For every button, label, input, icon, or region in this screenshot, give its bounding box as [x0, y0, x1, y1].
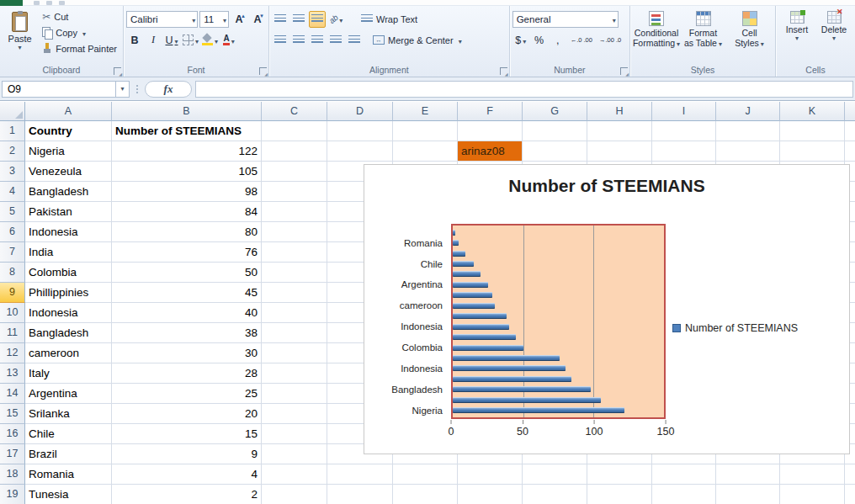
- cell-F1[interactable]: [458, 121, 523, 141]
- comma-style-button[interactable]: ,: [550, 32, 566, 49]
- quick-access-redo-icon[interactable]: [59, 1, 65, 5]
- cell-B6[interactable]: 80: [112, 222, 262, 242]
- cell-G1[interactable]: [523, 121, 587, 141]
- name-box-dropdown[interactable]: [116, 81, 130, 98]
- cell-I1[interactable]: [652, 121, 716, 141]
- cell-B8[interactable]: 50: [112, 263, 262, 283]
- cell-A4[interactable]: Bangladesh: [25, 182, 112, 202]
- align-left-button[interactable]: [272, 32, 289, 49]
- cell-C18[interactable]: [262, 464, 327, 485]
- row-header-5[interactable]: 5: [0, 202, 25, 222]
- cell-filler-1[interactable]: [845, 121, 855, 141]
- cell-F2[interactable]: arinaz08: [458, 141, 523, 162]
- format-as-table-button[interactable]: Format as Table: [680, 8, 726, 64]
- font-color-dropdown-arrow[interactable]: [230, 34, 235, 46]
- cell-E19[interactable]: [393, 485, 458, 504]
- column-header-K[interactable]: K: [780, 102, 845, 121]
- grow-font-button[interactable]: A▲: [231, 11, 247, 28]
- shrink-font-button[interactable]: A▼: [249, 11, 266, 28]
- column-header-F[interactable]: F: [458, 102, 523, 121]
- row-header-16[interactable]: 16: [0, 424, 25, 444]
- decrease-indent-button[interactable]: [327, 32, 344, 49]
- row-header-6[interactable]: 6: [0, 222, 25, 242]
- cell-B4[interactable]: 98: [112, 182, 262, 202]
- number-dialog-launcher[interactable]: [620, 67, 628, 75]
- cell-J18[interactable]: [716, 464, 780, 485]
- chart[interactable]: Number of STEEMIANS RomaniaChileArgentin…: [364, 164, 850, 454]
- cell-A3[interactable]: Venezeula: [25, 162, 112, 182]
- row-header-17[interactable]: 17: [0, 444, 25, 464]
- column-header-E[interactable]: E: [393, 102, 458, 121]
- cell-B5[interactable]: 84: [112, 202, 262, 222]
- cell-C13[interactable]: [262, 363, 327, 384]
- accounting-format-button[interactable]: $: [512, 32, 529, 49]
- italic-button[interactable]: I: [145, 32, 162, 49]
- row-header-13[interactable]: 13: [0, 363, 25, 384]
- cell-I2[interactable]: [652, 141, 716, 162]
- cell-B19[interactable]: 2: [112, 485, 262, 504]
- cell-C6[interactable]: [262, 222, 327, 242]
- cell-C14[interactable]: [262, 384, 327, 404]
- cell-B3[interactable]: 105: [112, 162, 262, 182]
- font-color-button[interactable]: A: [220, 32, 237, 49]
- select-all-corner[interactable]: [0, 102, 25, 121]
- cell-J19[interactable]: [716, 485, 780, 504]
- cell-F19[interactable]: [458, 485, 523, 504]
- cell-A10[interactable]: Indonesia: [25, 303, 112, 323]
- quick-access-save-icon[interactable]: [34, 1, 40, 5]
- format-painter-button[interactable]: Format Painter: [39, 40, 120, 56]
- cell-B16[interactable]: 15: [112, 424, 262, 444]
- cell-B9[interactable]: 45: [112, 283, 262, 303]
- font-size-select[interactable]: 11: [199, 11, 229, 28]
- font-dialog-launcher[interactable]: [259, 67, 267, 75]
- merge-center-dropdown-arrow[interactable]: [457, 35, 462, 45]
- row-header-7[interactable]: 7: [0, 242, 25, 263]
- cell-J1[interactable]: [716, 121, 780, 141]
- row-header-11[interactable]: 11: [0, 323, 25, 343]
- wrap-text-button[interactable]: Wrap Text: [358, 11, 421, 27]
- cell-C8[interactable]: [262, 263, 327, 283]
- cell-C9[interactable]: [262, 283, 327, 303]
- decrease-decimal-button[interactable]: →.00 .0: [597, 32, 624, 49]
- cell-I19[interactable]: [652, 485, 716, 504]
- copy-button[interactable]: Copy: [39, 24, 120, 40]
- cell-styles-button[interactable]: Cell Styles: [726, 8, 773, 64]
- cell-K1[interactable]: [780, 121, 845, 141]
- fill-color-button[interactable]: [201, 32, 219, 49]
- cell-B13[interactable]: 28: [112, 363, 262, 384]
- fill-color-dropdown-arrow[interactable]: [213, 34, 218, 46]
- increase-indent-button[interactable]: [346, 32, 363, 49]
- column-header-D[interactable]: D: [327, 102, 393, 121]
- cell-filler-19[interactable]: [845, 485, 855, 504]
- paste-dropdown-arrow[interactable]: [19, 44, 22, 51]
- cell-B18[interactable]: 4: [112, 464, 262, 485]
- paste-button[interactable]: Paste: [3, 8, 37, 64]
- align-bottom-button[interactable]: [309, 11, 326, 28]
- borders-dropdown-arrow[interactable]: [194, 34, 199, 46]
- column-header-J[interactable]: J: [716, 102, 780, 121]
- align-right-button[interactable]: [309, 32, 326, 49]
- alignment-dialog-launcher[interactable]: [500, 67, 507, 75]
- underline-button[interactable]: U: [163, 32, 180, 49]
- cell-B11[interactable]: 38: [112, 323, 262, 343]
- cell-filler-18[interactable]: [845, 464, 855, 485]
- merge-center-button[interactable]: ↔ Merge & Center: [369, 32, 465, 48]
- row-header-3[interactable]: 3: [0, 162, 25, 182]
- borders-button[interactable]: [182, 32, 199, 49]
- cell-K2[interactable]: [780, 141, 845, 162]
- row-header-12[interactable]: 12: [0, 343, 25, 363]
- cell-C3[interactable]: [262, 162, 327, 182]
- conditional-formatting-button[interactable]: Conditional Formatting: [633, 8, 680, 64]
- cell-J2[interactable]: [716, 141, 780, 162]
- cell-B15[interactable]: 20: [112, 404, 262, 424]
- accounting-dropdown-arrow[interactable]: [521, 34, 526, 46]
- column-header-B[interactable]: B: [112, 102, 262, 121]
- align-middle-button[interactable]: [290, 11, 307, 28]
- cell-A7[interactable]: India: [25, 242, 112, 263]
- cell-A18[interactable]: Romania: [25, 464, 112, 485]
- clipboard-dialog-launcher[interactable]: [114, 67, 121, 75]
- row-header-8[interactable]: 8: [0, 263, 25, 283]
- cell-D1[interactable]: [327, 121, 393, 141]
- cell-H2[interactable]: [587, 141, 652, 162]
- cell-B1[interactable]: Number of STEEMIANS: [112, 121, 262, 141]
